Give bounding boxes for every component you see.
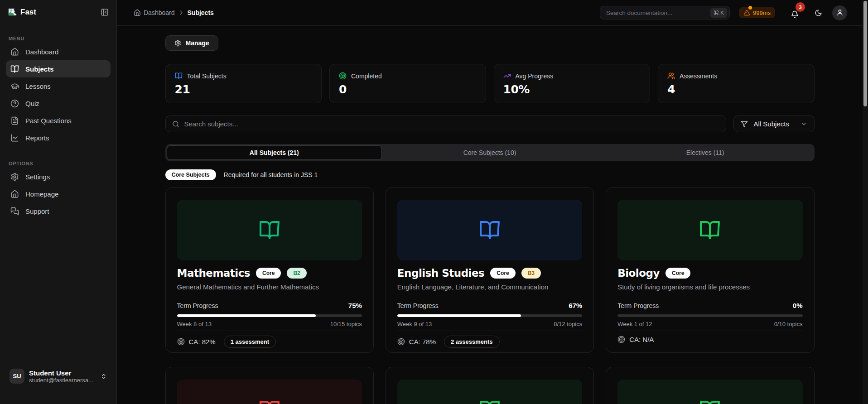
sidebar-item-dashboard[interactable]: Dashboard bbox=[6, 43, 111, 60]
progress-percent: 75% bbox=[348, 302, 362, 309]
tab-all-subjects-21[interactable]: All Subjects (21) bbox=[167, 145, 382, 160]
sidebar-header: Fast bbox=[6, 0, 111, 17]
logo-text: Fast bbox=[20, 8, 36, 17]
stat-card-total-subjects: Total Subjects21 bbox=[165, 64, 322, 103]
messages-square-icon bbox=[10, 207, 19, 216]
subject-search[interactable] bbox=[165, 115, 726, 132]
week-label: Week 9 of 13 bbox=[397, 321, 432, 327]
sidebar-item-settings[interactable]: Settings bbox=[6, 168, 111, 185]
broken-image-icon bbox=[8, 7, 17, 17]
sidebar-collapse-button[interactable] bbox=[101, 8, 109, 16]
scrollbar[interactable] bbox=[863, 0, 868, 404]
subject-title: English Studies bbox=[397, 267, 484, 279]
stat-head: Assessments bbox=[667, 72, 805, 80]
subject-card[interactable] bbox=[606, 367, 814, 404]
sidebar-item-reports[interactable]: Reports bbox=[6, 129, 111, 146]
notifications-button[interactable]: 3 bbox=[789, 6, 800, 19]
sidebar-nav: MENUDashboardSubjectsLessonsQuizPast Que… bbox=[6, 17, 111, 220]
progress-bar bbox=[617, 314, 802, 317]
house-icon bbox=[10, 48, 19, 56]
subject-filter-dropdown[interactable]: All Subjects bbox=[733, 115, 815, 132]
sidebar-item-label: Lessons bbox=[25, 82, 51, 90]
notification-count-badge: 3 bbox=[796, 2, 805, 12]
target-icon bbox=[617, 336, 625, 343]
subject-title-row: BiologyCore bbox=[617, 267, 802, 279]
command-icon bbox=[714, 10, 719, 15]
tab-electives-11[interactable]: Electives (11) bbox=[598, 145, 813, 160]
subjects-grid: MathematicsCoreB2General Mathematics and… bbox=[165, 187, 815, 404]
user-menu[interactable]: SU Student User student@fastlearnersa... bbox=[6, 366, 111, 386]
stat-value: 10% bbox=[503, 83, 641, 96]
stats-row: Total Subjects21Completed0Avg Progress10… bbox=[165, 64, 815, 103]
doc-search[interactable]: K bbox=[600, 6, 730, 19]
profile-button[interactable] bbox=[832, 5, 847, 20]
sidebar-item-lessons[interactable]: Lessons bbox=[6, 77, 111, 95]
subject-card[interactable] bbox=[165, 367, 374, 404]
subject-card-mathematics[interactable]: MathematicsCoreB2General Mathematics and… bbox=[165, 187, 374, 353]
doc-search-input[interactable] bbox=[606, 10, 710, 16]
subject-card[interactable] bbox=[386, 367, 594, 404]
topics-label: 10/15 topics bbox=[330, 321, 362, 327]
subject-search-input[interactable] bbox=[184, 120, 719, 128]
panel-left-close-icon bbox=[101, 8, 109, 16]
trending-up-icon bbox=[503, 72, 511, 80]
badge-b2: B2 bbox=[287, 268, 306, 279]
progress-bar bbox=[397, 314, 582, 317]
subject-card-english-studies[interactable]: English StudiesCoreB3English Language, L… bbox=[386, 187, 594, 353]
user-info: Student User student@fastlearnersa... bbox=[29, 369, 93, 384]
sidebar-item-quiz[interactable]: Quiz bbox=[6, 95, 111, 112]
progress-head: Term Progress67% bbox=[397, 302, 582, 309]
book-open-icon bbox=[479, 399, 501, 404]
subject-cover bbox=[177, 200, 362, 260]
sidebar: Fast MENUDashboardSubjectsLessonsQuizPas… bbox=[0, 0, 117, 404]
sidebar-item-support[interactable]: Support bbox=[6, 202, 111, 220]
subject-cover bbox=[397, 380, 582, 404]
progress-label: Term Progress bbox=[397, 302, 439, 309]
chevrons-up-down-icon bbox=[101, 373, 107, 380]
subject-card-biology[interactable]: BiologyCoreStudy of living organisms and… bbox=[606, 187, 814, 353]
stat-label: Avg Progress bbox=[516, 72, 554, 80]
book-open-icon bbox=[699, 399, 721, 404]
topbar-actions: K 999ms 3 bbox=[600, 5, 847, 20]
home-icon[interactable] bbox=[134, 9, 141, 16]
avatar: SU bbox=[10, 369, 24, 384]
chevron-down-icon bbox=[800, 120, 807, 127]
sidebar-item-label: Past Questions bbox=[25, 117, 72, 125]
stat-card-completed: Completed0 bbox=[329, 64, 486, 103]
book-open-icon bbox=[259, 399, 280, 404]
sidebar-item-homepage[interactable]: Homepage bbox=[6, 185, 111, 202]
latency-value: 999ms bbox=[753, 10, 771, 16]
subject-description: Study of living organisms and life proce… bbox=[617, 283, 802, 291]
main: Dashboard Subjects K 999ms bbox=[117, 0, 868, 404]
badge-b3: B3 bbox=[521, 268, 541, 279]
stat-head: Total Subjects bbox=[175, 72, 313, 80]
assessments-badge: 2 assessments bbox=[444, 336, 500, 348]
subject-title: Mathematics bbox=[177, 267, 251, 279]
subject-cover bbox=[397, 200, 582, 260]
sidebar-item-label: Subjects bbox=[25, 65, 54, 73]
core-subjects-badge: Core Subjects bbox=[165, 169, 216, 180]
stat-label: Completed bbox=[351, 72, 382, 80]
latency-badge[interactable]: 999ms bbox=[739, 7, 775, 18]
subject-description: English Language, Literature, and Commun… bbox=[397, 283, 582, 291]
progress-head: Term Progress75% bbox=[177, 302, 362, 309]
breadcrumb: Dashboard Subjects bbox=[134, 9, 214, 16]
stat-value: 21 bbox=[175, 83, 313, 96]
sidebar-item-past-questions[interactable]: Past Questions bbox=[6, 112, 111, 129]
card-footer: CA: 82%1 assessment bbox=[177, 331, 362, 348]
sidebar-item-label: Settings bbox=[25, 173, 50, 181]
theme-toggle[interactable] bbox=[815, 9, 822, 17]
tab-core-subjects-10[interactable]: Core Subjects (10) bbox=[382, 145, 598, 160]
filter-label: All Subjects bbox=[754, 120, 789, 128]
target-icon bbox=[177, 338, 185, 346]
shortcut-key: K bbox=[720, 10, 724, 15]
target-icon bbox=[397, 338, 405, 346]
sidebar-item-subjects[interactable]: Subjects bbox=[6, 60, 111, 77]
breadcrumb-root[interactable]: Dashboard bbox=[144, 9, 175, 16]
card-footer: CA: 78%2 assessments bbox=[397, 331, 582, 348]
logo[interactable]: Fast bbox=[8, 7, 36, 17]
ca-group: CA: 82% bbox=[177, 338, 216, 346]
manage-button[interactable]: Manage bbox=[165, 35, 218, 51]
user-name: Student User bbox=[29, 369, 93, 377]
scrollbar-thumb[interactable] bbox=[863, 1, 867, 106]
